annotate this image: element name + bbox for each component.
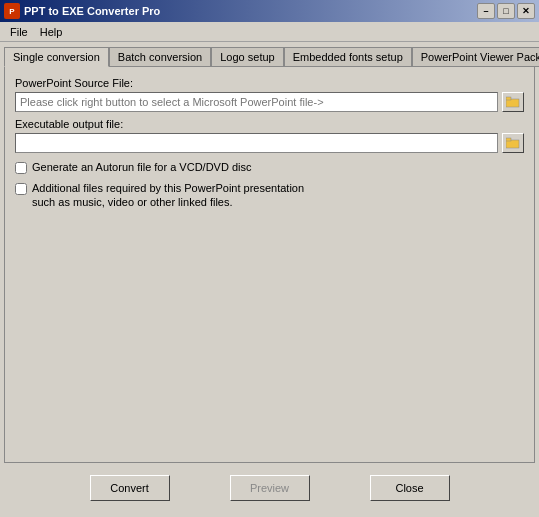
- maximize-button[interactable]: □: [497, 3, 515, 19]
- tab-single-conversion[interactable]: Single conversion: [4, 47, 109, 67]
- source-file-browse-button[interactable]: [502, 92, 524, 112]
- tab-viewer-package[interactable]: PowerPoint Viewer Package: [412, 47, 539, 67]
- output-file-label: Executable output file:: [15, 118, 524, 130]
- svg-rect-1: [506, 97, 511, 100]
- close-button[interactable]: Close: [370, 475, 450, 501]
- source-file-row: [15, 92, 524, 112]
- autorun-checkbox-row: Generate an Autorun file for a VCD/DVD d…: [15, 161, 524, 174]
- title-controls: – □ ✕: [477, 3, 535, 19]
- tab-logo-setup[interactable]: Logo setup: [211, 47, 283, 67]
- additional-files-label-line2: such as music, video or other linked fil…: [32, 196, 524, 208]
- additional-files-checkbox-row: Additional files required by this PowerP…: [15, 182, 524, 195]
- preview-button[interactable]: Preview: [230, 475, 310, 501]
- folder-icon: [506, 137, 520, 149]
- tab-batch-conversion[interactable]: Batch conversion: [109, 47, 211, 67]
- tab-bar: Single conversion Batch conversion Logo …: [0, 42, 539, 66]
- minimize-button[interactable]: –: [477, 3, 495, 19]
- window-title: PPT to EXE Converter Pro: [24, 5, 160, 17]
- close-window-button[interactable]: ✕: [517, 3, 535, 19]
- menu-file[interactable]: File: [4, 24, 34, 40]
- menu-bar: File Help: [0, 22, 539, 42]
- bottom-bar: Convert Preview Close: [0, 463, 539, 513]
- folder-icon: [506, 96, 520, 108]
- autorun-checkbox[interactable]: [15, 162, 27, 174]
- convert-button[interactable]: Convert: [90, 475, 170, 501]
- app-icon: P: [4, 3, 20, 19]
- output-file-row: [15, 133, 524, 153]
- source-file-input[interactable]: [15, 92, 498, 112]
- additional-files-checkbox[interactable]: [15, 183, 27, 195]
- tab-embedded-fonts[interactable]: Embedded fonts setup: [284, 47, 412, 67]
- menu-help[interactable]: Help: [34, 24, 69, 40]
- title-bar: P PPT to EXE Converter Pro – □ ✕: [0, 0, 539, 22]
- autorun-label: Generate an Autorun file for a VCD/DVD d…: [32, 161, 252, 173]
- output-file-browse-button[interactable]: [502, 133, 524, 153]
- svg-rect-3: [506, 138, 511, 141]
- output-file-input[interactable]: [15, 133, 498, 153]
- source-file-label: PowerPoint Source File:: [15, 77, 524, 89]
- additional-files-label-line1: Additional files required by this PowerP…: [32, 182, 304, 194]
- tab-content-single-conversion: PowerPoint Source File: Executable outpu…: [4, 66, 535, 463]
